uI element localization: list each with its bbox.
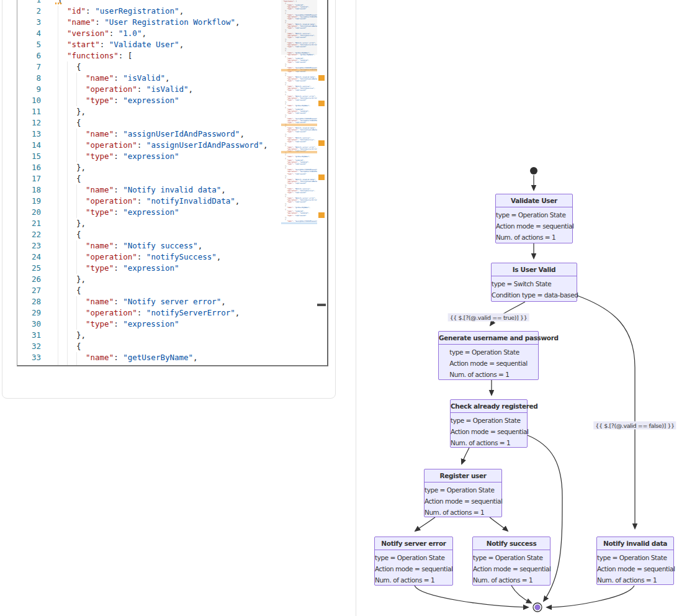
line-number[interactable]: 15 [17, 151, 41, 162]
line-number[interactable]: 14 [17, 140, 41, 151]
line-number[interactable]: 4 [17, 28, 41, 39]
line-number[interactable]: 33 [17, 352, 41, 363]
code-line[interactable]: 11}, [17, 106, 282, 117]
start-state-icon [530, 167, 537, 174]
code-line[interactable]: 33"name": "getUserByName", [17, 352, 282, 363]
state-node-register-user[interactable]: Register usertype = Operation StateActio… [424, 469, 502, 517]
code-text: "name": "Notify server error", [58, 296, 226, 307]
line-number[interactable]: 23 [17, 240, 41, 251]
code-line[interactable]: 23"name": "Notify success", [17, 240, 282, 251]
line-number[interactable]: 22 [17, 229, 41, 240]
indent-guide [58, 50, 58, 61]
line-number[interactable]: 31 [17, 330, 41, 341]
line-number[interactable]: 30 [17, 319, 41, 330]
line-number[interactable]: 18 [17, 184, 41, 196]
code-line[interactable]: 24"operation": "notifySuccess", [17, 251, 282, 263]
line-number[interactable]: 34 [17, 363, 41, 365]
code-line[interactable]: 18"name": "Notify invalid data", [17, 184, 282, 196]
line-number[interactable]: 12 [17, 117, 41, 129]
code-line[interactable]: 29"operation": "notifyServerError", [17, 307, 282, 319]
line-number[interactable]: 29 [17, 307, 41, 319]
indent-guide [58, 240, 58, 251]
indent-guide [67, 330, 68, 341]
code-text: }, [58, 330, 86, 341]
line-number[interactable]: 17 [17, 173, 41, 184]
line-number[interactable]: 28 [17, 296, 41, 307]
code-line[interactable]: 13"name": "assignUserIdAndPassword", [17, 129, 282, 140]
line-number[interactable]: 7 [17, 61, 41, 73]
state-properties: type = Operation StateAction mode = sequ… [473, 550, 550, 586]
indent-guide [67, 61, 68, 73]
code-line[interactable]: 3"name": "User Registration Workflow", [17, 17, 282, 28]
indent-guide [58, 95, 58, 106]
json-code-editor[interactable]: 1{2"id": "userRegistration",3"name": "Us… [17, 0, 328, 366]
line-number[interactable]: 32 [17, 341, 41, 352]
code-line[interactable]: 12{ [17, 117, 282, 129]
code-line[interactable]: 14"operation": "assignUserIdAndPassword"… [17, 140, 282, 151]
edge-label-valid-true: {{ $.[?(@.valid == true)] }} [448, 314, 529, 322]
indent-guide [58, 319, 58, 330]
code-text: "operation": "getUserByName", [58, 363, 221, 365]
code-line[interactable]: 25"type": "expression" [17, 263, 282, 274]
line-number[interactable]: 3 [17, 17, 41, 28]
code-line[interactable]: 17{ [17, 173, 282, 184]
line-number[interactable]: 21 [17, 218, 41, 229]
code-line[interactable]: 7{ [17, 61, 282, 73]
code-line[interactable]: 34"operation": "getUserByName", [17, 363, 282, 365]
state-node-validate-user[interactable]: Validate Usertype = Operation StateActio… [495, 194, 573, 243]
state-node-notify-success[interactable]: Notify successtype = Operation StateActi… [472, 537, 550, 586]
code-line[interactable]: 2"id": "userRegistration", [17, 6, 282, 17]
line-number[interactable]: 5 [17, 39, 41, 50]
code-text: { [58, 117, 81, 129]
indent-guide [67, 106, 68, 117]
indent-guide [76, 129, 77, 140]
indent-guide [58, 28, 58, 39]
minimap-slider[interactable] [281, 0, 317, 55]
code-line[interactable]: 22{ [17, 229, 282, 240]
line-number[interactable]: 25 [17, 263, 41, 274]
code-line[interactable]: 10"type": "expression" [17, 95, 282, 106]
line-number[interactable]: 2 [17, 6, 41, 17]
line-number[interactable]: 16 [17, 162, 41, 173]
code-line[interactable]: 31}, [17, 330, 282, 341]
state-node-generate-username-and-password[interactable]: Generate username and passwordtype = Ope… [438, 331, 539, 380]
code-line[interactable]: 19"operation": "notifyInvalidData", [17, 196, 282, 207]
state-property: Condition type = data-based [492, 289, 578, 301]
code-line[interactable]: 16}, [17, 162, 282, 173]
code-line[interactable]: 20"type": "expression" [17, 207, 282, 218]
code-line[interactable]: 28"name": "Notify server error", [17, 296, 282, 307]
state-node-notify-invalid-data[interactable]: Notify invalid datatype = Operation Stat… [596, 537, 674, 585]
state-title: Notify server error [375, 537, 452, 550]
line-number[interactable]: 24 [17, 251, 41, 263]
state-node-notify-server-error[interactable]: Notify server errortype = Operation Stat… [374, 537, 453, 586]
code-line[interactable]: 30"type": "expression" [17, 319, 282, 330]
code-line[interactable]: 8"name": "isValid", [17, 73, 282, 84]
state-node-check-already-registered[interactable]: Check already registeredtype = Operation… [450, 399, 528, 448]
code-line[interactable]: 21}, [17, 218, 282, 229]
line-number[interactable]: 10 [17, 95, 41, 106]
code-line[interactable]: 27{ [17, 285, 282, 296]
minimap[interactable]: { "id": "userRegistration", "name": "Use… [281, 0, 317, 364]
code-line[interactable]: 4"version": "1.0", [17, 28, 282, 39]
code-line[interactable]: 32{ [17, 341, 282, 352]
line-number[interactable]: 11 [17, 106, 41, 117]
code-lines[interactable]: 1{2"id": "userRegistration",3"name": "Us… [17, 0, 282, 365]
indent-guide [67, 95, 68, 106]
code-line[interactable]: 15"type": "expression" [17, 151, 282, 162]
line-number[interactable]: 20 [17, 207, 41, 218]
line-number[interactable]: 26 [17, 274, 41, 285]
line-number[interactable]: 6 [17, 50, 41, 61]
line-number[interactable]: 1 [17, 0, 41, 6]
state-property: type = Operation State [496, 209, 573, 220]
code-line[interactable]: 26}, [17, 274, 282, 285]
line-number[interactable]: 19 [17, 196, 41, 207]
line-number[interactable]: 9 [17, 84, 41, 95]
code-line[interactable]: 9"operation": "isValid", [17, 84, 282, 95]
overview-ruler[interactable] [317, 0, 326, 364]
line-number[interactable]: 13 [17, 129, 41, 140]
code-line[interactable]: 6"functions": [ [17, 50, 282, 61]
line-number[interactable]: 27 [17, 285, 41, 296]
state-node-is-user-valid[interactable]: Is User Validtype = Switch StateConditio… [491, 263, 577, 302]
line-number[interactable]: 8 [17, 73, 41, 84]
code-line[interactable]: 5"start": "Validate User", [17, 39, 282, 50]
